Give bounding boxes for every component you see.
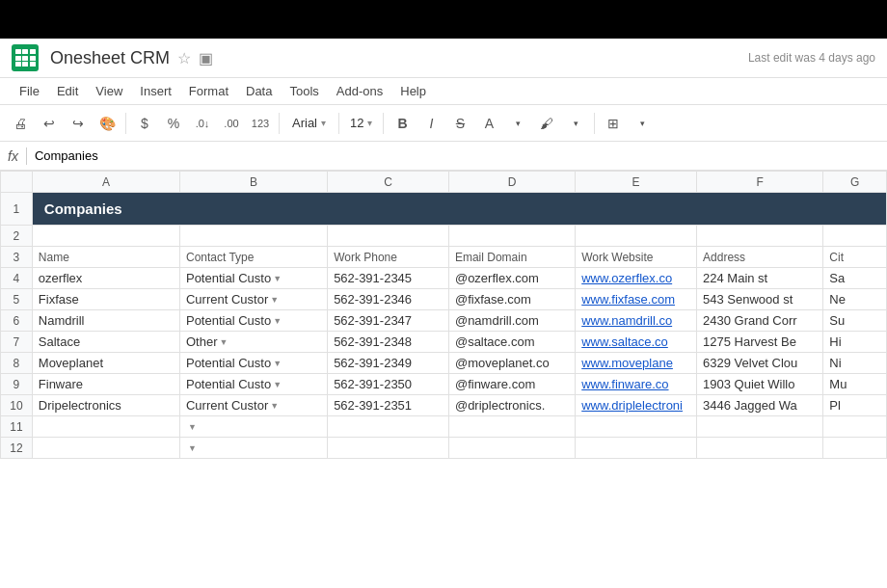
row-header-11[interactable]: 11 — [1, 416, 33, 438]
folder-icon[interactable]: ▣ — [199, 49, 213, 67]
col-header-A[interactable]: A — [32, 172, 179, 193]
row-header-6[interactable]: 6 — [1, 310, 33, 332]
cell-2G[interactable] — [823, 226, 887, 247]
print-button[interactable]: 🖨 — [8, 111, 33, 136]
menu-tools[interactable]: Tools — [282, 80, 326, 102]
borders-dropdown[interactable]: ▾ — [630, 111, 655, 136]
cell-4C[interactable]: 562-391-2345 — [328, 268, 449, 289]
cell-2C[interactable] — [328, 226, 449, 247]
row-header-7[interactable]: 7 — [1, 332, 33, 353]
cell-6B[interactable]: Potential Custo ▼ — [179, 310, 327, 332]
dropdown-arrow[interactable]: ▼ — [270, 295, 279, 305]
menu-addons[interactable]: Add-ons — [329, 80, 390, 102]
menu-help[interactable]: Help — [392, 80, 434, 102]
cell-5F[interactable]: 543 Senwood st — [697, 289, 823, 310]
strikethrough-button[interactable]: S — [447, 111, 472, 136]
fill-color-dropdown[interactable]: ▾ — [563, 111, 588, 136]
cell-4F[interactable]: 224 Main st — [697, 268, 823, 289]
cell-7G[interactable]: Hi — [823, 332, 887, 353]
cell-6A[interactable]: Namdrill — [32, 310, 179, 332]
cell-9G[interactable]: Mu — [823, 374, 887, 395]
header-city[interactable]: Cit — [823, 247, 887, 268]
cell-2F[interactable] — [697, 226, 823, 247]
menu-file[interactable]: File — [12, 80, 47, 102]
cell-11G[interactable] — [823, 416, 887, 438]
cell-2D[interactable] — [448, 226, 575, 247]
cell-6E[interactable]: www.namdrill.co — [576, 310, 697, 332]
cell-6C[interactable]: 562-391-2347 — [328, 310, 449, 332]
cell-8F[interactable]: 6329 Velvet Clou — [697, 353, 823, 374]
formula-content[interactable]: Companies — [35, 148, 98, 163]
cell-12G[interactable] — [823, 438, 887, 459]
cell-5E[interactable]: www.fixfase.com — [576, 289, 697, 310]
cell-6D[interactable]: @namdrill.com — [448, 310, 575, 332]
sheet-title-cell[interactable]: Companies — [32, 193, 886, 226]
star-icon[interactable]: ☆ — [177, 49, 191, 67]
header-work-website[interactable]: Work Website — [576, 247, 697, 268]
dropdown-arrow[interactable]: ▼ — [188, 422, 197, 432]
cell-9B[interactable]: Potential Custo ▼ — [179, 374, 327, 395]
cell-7C[interactable]: 562-391-2348 — [328, 332, 449, 353]
cell-2A[interactable] — [32, 226, 179, 247]
menu-data[interactable]: Data — [238, 80, 280, 102]
row-header-8[interactable]: 8 — [1, 353, 33, 374]
col-header-C[interactable]: C — [328, 172, 449, 193]
cell-12C[interactable] — [328, 438, 449, 459]
row-header-2[interactable]: 2 — [1, 226, 33, 247]
dropdown-arrow[interactable]: ▼ — [188, 443, 197, 453]
undo-button[interactable]: ↩ — [37, 111, 62, 136]
menu-format[interactable]: Format — [181, 80, 236, 102]
cell-4B[interactable]: Potential Custo ▼ — [179, 268, 327, 289]
menu-insert[interactable]: Insert — [132, 80, 179, 102]
cell-2B[interactable] — [179, 226, 327, 247]
cell-7A[interactable]: Saltace — [32, 332, 179, 353]
paint-format-button[interactable]: 🎨 — [94, 111, 120, 136]
cell-12D[interactable] — [448, 438, 575, 459]
cell-10D[interactable]: @driplectronics. — [448, 395, 575, 416]
cell-5G[interactable]: Ne — [823, 289, 887, 310]
cell-10G[interactable]: Pl — [823, 395, 887, 416]
cell-12B[interactable]: ▼ — [179, 438, 327, 459]
row-header-1[interactable]: 1 — [1, 193, 33, 226]
col-header-G[interactable]: G — [823, 172, 887, 193]
percent-button[interactable]: % — [161, 111, 186, 136]
bold-button[interactable]: B — [390, 111, 415, 136]
dropdown-arrow[interactable]: ▼ — [273, 274, 282, 283]
font-size-selector[interactable]: 12 ▾ — [345, 113, 377, 133]
cell-10F[interactable]: 3446 Jagged Wa — [697, 395, 823, 416]
col-header-B[interactable]: B — [179, 172, 327, 193]
header-name[interactable]: Name — [32, 247, 179, 268]
cell-6F[interactable]: 2430 Grand Corr — [697, 310, 823, 332]
cell-7D[interactable]: @saltace.com — [448, 332, 575, 353]
currency-button[interactable]: $ — [132, 111, 157, 136]
cell-8A[interactable]: Moveplanet — [32, 353, 179, 374]
font-selector[interactable]: Arial ▾ — [285, 113, 333, 133]
cell-10E[interactable]: www.driplelectroni — [576, 395, 697, 416]
cell-4G[interactable]: Sa — [823, 268, 887, 289]
col-header-E[interactable]: E — [576, 172, 697, 193]
cell-5C[interactable]: 562-391-2346 — [328, 289, 449, 310]
cell-9D[interactable]: @finware.com — [448, 374, 575, 395]
document-title[interactable]: Onesheet CRM — [50, 48, 170, 68]
cell-10B[interactable]: Current Custor ▼ — [179, 395, 327, 416]
cell-9E[interactable]: www.finware.co — [576, 374, 697, 395]
cell-5D[interactable]: @fixfase.com — [448, 289, 575, 310]
cell-11A[interactable] — [32, 416, 179, 438]
menu-view[interactable]: View — [88, 80, 130, 102]
dropdown-arrow[interactable]: ▼ — [270, 401, 279, 411]
dropdown-arrow[interactable]: ▼ — [273, 380, 282, 389]
header-contact-type[interactable]: Contact Type — [179, 247, 327, 268]
menu-edit[interactable]: Edit — [49, 80, 86, 102]
cell-8E[interactable]: www.moveplane — [576, 353, 697, 374]
decrease-decimal-button[interactable]: .0↓ — [190, 111, 215, 136]
header-work-phone[interactable]: Work Phone — [328, 247, 449, 268]
cell-10C[interactable]: 562-391-2351 — [328, 395, 449, 416]
cell-8B[interactable]: Potential Custo ▼ — [179, 353, 327, 374]
dropdown-arrow[interactable]: ▼ — [273, 359, 282, 368]
redo-button[interactable]: ↪ — [66, 111, 91, 136]
row-header-3[interactable]: 3 — [1, 247, 33, 268]
cell-8G[interactable]: Ni — [823, 353, 887, 374]
cell-11D[interactable] — [448, 416, 575, 438]
cell-11F[interactable] — [697, 416, 823, 438]
cell-9F[interactable]: 1903 Quiet Willo — [697, 374, 823, 395]
